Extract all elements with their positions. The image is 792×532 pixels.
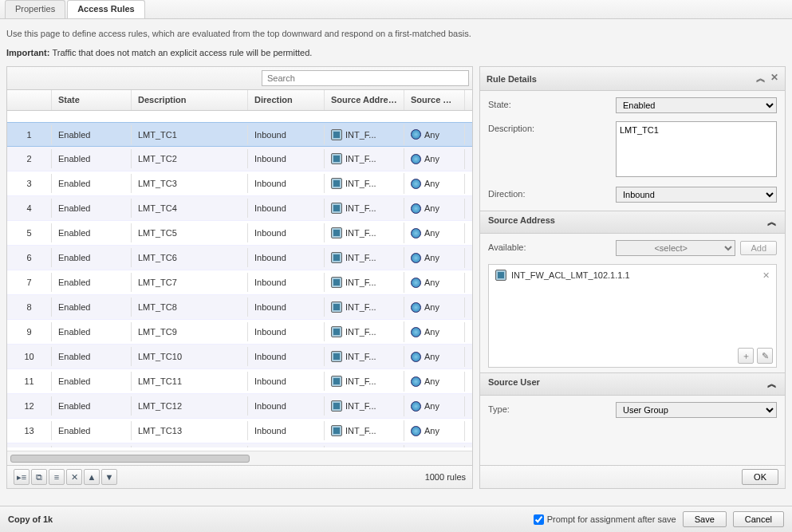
- description-textarea[interactable]: [616, 121, 777, 177]
- host-icon: [331, 326, 342, 337]
- row-description: LMT_TC1: [132, 125, 248, 144]
- paste-button[interactable]: ≡: [49, 469, 65, 485]
- row-state: Enabled: [52, 248, 132, 267]
- row-source-user: Any: [404, 298, 465, 317]
- host-icon: [331, 400, 342, 412]
- row-number: 12: [7, 396, 52, 416]
- col-source-address[interactable]: Source Address: [325, 90, 404, 110]
- insert-button[interactable]: ▸≡: [14, 469, 30, 485]
- add-new-icon[interactable]: ＋: [738, 348, 754, 364]
- row-source-user: Any: [404, 174, 465, 194]
- move-up-button[interactable]: ▲: [84, 469, 100, 485]
- col-source-user[interactable]: Source User: [404, 90, 465, 110]
- prompt-checkbox-label[interactable]: Prompt for assignment after save: [534, 514, 676, 525]
- table-row[interactable]: 13EnabledLMT_TC13InboundINT_F...Any: [7, 419, 472, 443]
- tab-access-rules[interactable]: Access Rules: [67, 0, 145, 18]
- row-number: 14: [7, 446, 52, 447]
- row-state: Enabled: [52, 273, 132, 292]
- search-input[interactable]: [262, 70, 469, 86]
- cancel-button[interactable]: Cancel: [733, 511, 784, 527]
- remove-item-icon[interactable]: ✕: [762, 270, 770, 281]
- row-source-address: INT_F...: [325, 297, 404, 317]
- table-row[interactable]: 7EnabledLMT_TC7InboundINT_F...Any: [7, 270, 472, 295]
- direction-label: Direction:: [488, 187, 616, 199]
- row-source-user: Any: [404, 223, 465, 243]
- collapse-user-icon[interactable]: ︽: [767, 377, 777, 391]
- scrollbar-thumb[interactable]: [10, 455, 250, 463]
- add-button[interactable]: Add: [740, 241, 777, 255]
- grid-toolbar: ▸≡ ⧉ ≡ ✕ ▲ ▼ 1000 rules: [7, 465, 472, 488]
- collapse-icon[interactable]: ︽: [756, 72, 766, 85]
- rule-count: 1000 rules: [425, 472, 466, 482]
- host-icon: [331, 227, 342, 238]
- table-row[interactable]: 9EnabledLMT_TC9InboundINT_F...Any: [7, 320, 472, 345]
- table-row[interactable]: 1EnabledLMT_TC1InboundINT_F...Any: [7, 122, 472, 147]
- row-direction: Inbound: [248, 372, 325, 391]
- row-number: 3: [7, 174, 52, 193]
- row-source-address: INT_F...: [325, 124, 404, 145]
- row-number: 4: [7, 199, 52, 218]
- source-address-header: Source Address: [488, 215, 555, 229]
- col-num[interactable]: [7, 90, 52, 110]
- copy-button[interactable]: ⧉: [31, 469, 47, 485]
- grid-body[interactable]: 1EnabledLMT_TC1InboundINT_F...Any2Enable…: [7, 122, 472, 447]
- row-source-address: INT_F...: [325, 198, 404, 219]
- col-direction[interactable]: Direction: [248, 90, 325, 110]
- table-row[interactable]: 3EnabledLMT_TC3InboundINT_F...Any: [7, 171, 472, 196]
- list-item[interactable]: INT_FW_ACL_LMT_102.1.1.1 ✕: [491, 266, 774, 284]
- host-icon: [331, 277, 342, 288]
- state-select[interactable]: Enabled: [616, 97, 777, 113]
- row-description: LMT_TC11: [132, 372, 248, 391]
- table-row[interactable]: 8EnabledLMT_TC8InboundINT_F...Any: [7, 295, 472, 320]
- col-state[interactable]: State: [52, 90, 132, 110]
- row-description: LMT_TC4: [132, 199, 248, 218]
- globe-icon: [411, 253, 421, 263]
- save-button[interactable]: Save: [683, 511, 727, 527]
- col-description[interactable]: Description: [132, 90, 248, 110]
- row-state: Enabled: [52, 199, 132, 218]
- row-description: LMT_TC8: [132, 298, 248, 317]
- ok-button[interactable]: OK: [742, 469, 778, 485]
- footer-title: Copy of 1k: [8, 514, 53, 524]
- row-number: 7: [7, 273, 52, 292]
- row-direction: Inbound: [248, 446, 325, 447]
- edit-icon[interactable]: ✎: [757, 348, 773, 364]
- table-row[interactable]: 6EnabledLMT_TC6InboundINT_F...Any: [7, 246, 472, 270]
- move-down-button[interactable]: ▼: [101, 469, 117, 485]
- available-label: Available:: [488, 240, 616, 252]
- table-row[interactable]: 14EnabledLMT_TC14InboundINT_F...Any: [7, 443, 472, 447]
- table-row[interactable]: 11EnabledLMT_TC11InboundINT_F...Any: [7, 369, 472, 394]
- type-label: Type:: [488, 402, 616, 414]
- row-number: 10: [7, 347, 52, 366]
- direction-select[interactable]: Inbound: [616, 187, 777, 203]
- host-icon: [331, 153, 342, 164]
- host-icon: [495, 270, 506, 281]
- row-state: Enabled: [52, 421, 132, 440]
- table-row[interactable]: 4EnabledLMT_TC4InboundINT_F...Any: [7, 196, 472, 221]
- prompt-checkbox[interactable]: [534, 514, 544, 525]
- close-icon[interactable]: ✕: [770, 72, 778, 85]
- row-direction: Inbound: [248, 298, 325, 317]
- row-state: Enabled: [52, 396, 132, 416]
- horizontal-scrollbar[interactable]: [7, 451, 472, 465]
- row-source-user: Any: [404, 446, 465, 448]
- table-row[interactable]: 2EnabledLMT_TC2InboundINT_F...Any: [7, 147, 472, 171]
- host-icon: [331, 178, 342, 189]
- row-description: LMT_TC12: [132, 396, 248, 416]
- globe-icon: [411, 426, 421, 436]
- table-row[interactable]: 12EnabledLMT_TC12InboundINT_F...Any: [7, 394, 472, 419]
- table-row[interactable]: 5EnabledLMT_TC5InboundINT_F...Any: [7, 221, 472, 246]
- collapse-source-icon[interactable]: ︽: [767, 215, 777, 229]
- available-select[interactable]: <select>: [616, 240, 735, 256]
- row-description: LMT_TC14: [132, 446, 248, 447]
- tab-properties[interactable]: Properties: [5, 0, 65, 18]
- delete-button[interactable]: ✕: [66, 469, 82, 485]
- row-state: Enabled: [52, 298, 132, 317]
- globe-icon: [411, 228, 421, 238]
- row-state: Enabled: [52, 125, 132, 144]
- row-source-user: Any: [404, 199, 465, 219]
- globe-icon: [411, 278, 421, 288]
- type-select[interactable]: User Group: [616, 402, 777, 418]
- rules-grid-pane: State Description Direction Source Addre…: [6, 66, 473, 489]
- table-row[interactable]: 10EnabledLMT_TC10InboundINT_F...Any: [7, 345, 472, 369]
